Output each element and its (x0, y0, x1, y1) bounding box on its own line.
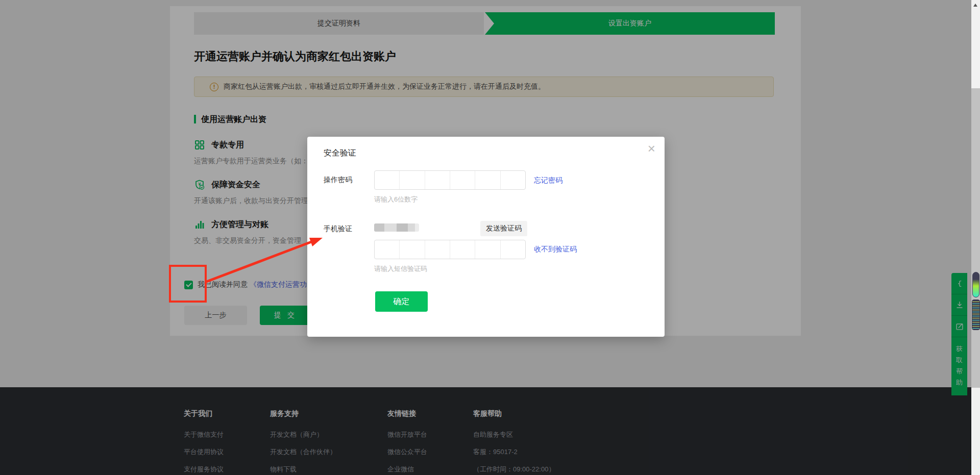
sms-hint: 请输入短信验证码 (374, 264, 427, 273)
code-digit-cell[interactable] (500, 171, 525, 189)
code-digit-cell[interactable] (475, 240, 500, 259)
forgot-password-link[interactable]: 忘记密码 (534, 176, 562, 185)
code-digit-cell[interactable] (500, 240, 525, 259)
code-digit-cell[interactable] (375, 240, 399, 259)
confirm-button[interactable]: 确定 (375, 291, 428, 312)
annotation-highlight-rect (169, 265, 207, 303)
code-digit-cell[interactable] (425, 240, 450, 259)
sms-code-input[interactable] (374, 240, 526, 259)
security-verification-modal: 安全验证 × 操作密码 忘记密码 请输入6位数字 手机验证 发送验证码 收不到验… (307, 137, 665, 337)
code-digit-cell[interactable] (399, 240, 424, 259)
password-hint: 请输入6位数字 (374, 195, 418, 204)
password-label: 操作密码 (324, 176, 352, 185)
scroll-up-icon[interactable] (973, 4, 977, 7)
code-digit-cell[interactable] (425, 171, 450, 189)
code-digit-cell[interactable] (399, 171, 424, 189)
close-icon[interactable]: × (648, 142, 655, 155)
sms-label: 手机验证 (324, 224, 352, 234)
code-digit-cell[interactable] (450, 240, 475, 259)
scrollbar-marker-striped (972, 299, 980, 330)
code-digit-cell[interactable] (375, 171, 399, 189)
modal-title: 安全验证 (324, 148, 356, 159)
password-code-input[interactable] (374, 170, 526, 190)
scrollbar-thumb[interactable] (971, 88, 980, 388)
code-digit-cell[interactable] (475, 171, 500, 189)
no-code-link[interactable]: 收不到验证码 (534, 245, 577, 254)
send-code-button[interactable]: 发送验证码 (480, 221, 527, 236)
masked-phone-number (374, 223, 419, 232)
code-digit-cell[interactable] (450, 171, 475, 189)
browser-scrollbar[interactable] (971, 0, 980, 475)
scrollbar-marker-gradient (972, 272, 979, 297)
